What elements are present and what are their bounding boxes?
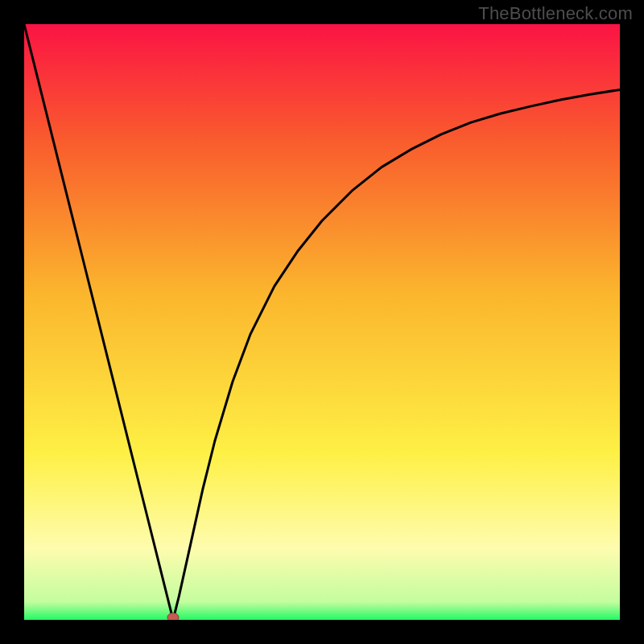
- watermark-text: TheBottleneck.com: [478, 3, 633, 24]
- plot-area: [24, 24, 620, 620]
- chart-frame: TheBottleneck.com: [0, 0, 644, 644]
- gradient-background: [24, 24, 620, 620]
- optimum-marker: [167, 613, 179, 621]
- chart-svg: [24, 24, 620, 620]
